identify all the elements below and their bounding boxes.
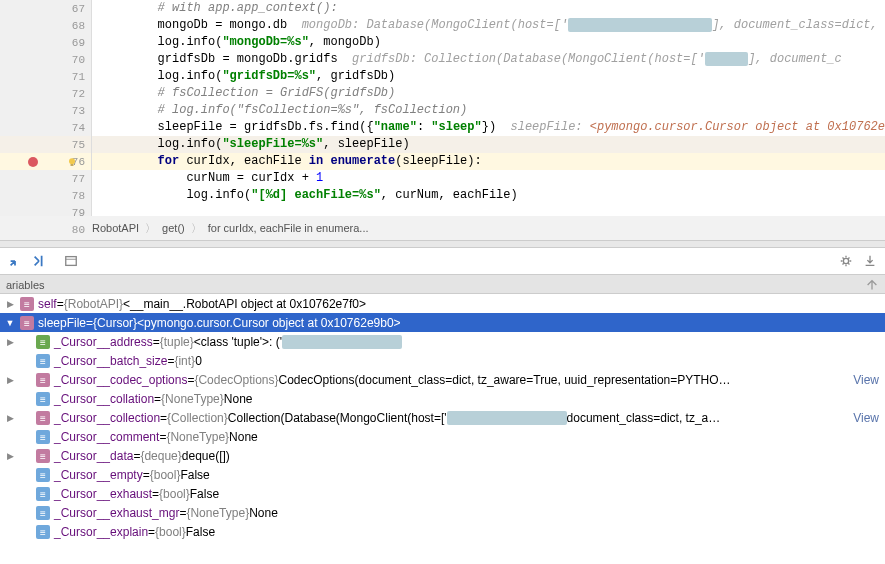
variable-name: _Cursor__explain [54, 525, 148, 539]
breadcrumb-item[interactable]: RobotAPI [92, 222, 139, 234]
line-number: 68 [59, 20, 85, 32]
gutter-row[interactable]: 78 [0, 187, 91, 204]
svg-text:≡: ≡ [40, 356, 46, 367]
code-line[interactable] [92, 204, 885, 216]
equals: = [167, 354, 174, 368]
variable-row[interactable]: ≡_Cursor__explain = {bool} False [0, 522, 885, 541]
line-number: 72 [59, 88, 85, 100]
restore-icon[interactable] [865, 278, 879, 292]
breadcrumb-item[interactable]: get() [162, 222, 185, 234]
gutter-row[interactable]: 68 [0, 17, 91, 34]
code-line[interactable]: log.info("mongoDb=%s", mongoDb) [92, 34, 885, 51]
type-icon: ≡ [36, 335, 50, 349]
type-icon: ≡ [36, 430, 50, 444]
expand-arrow-icon[interactable]: ▶ [4, 375, 16, 385]
line-number: 73 [59, 105, 85, 117]
variable-value: False [186, 525, 215, 539]
type-icon: ≡ [36, 487, 50, 501]
variable-type: {bool} [155, 525, 186, 539]
svg-text:≡: ≡ [40, 451, 46, 462]
gutter-row[interactable]: 80 [0, 221, 91, 238]
view-link[interactable]: View [853, 373, 879, 387]
variable-row[interactable]: ≡_Cursor__collation = {NoneType} None [0, 389, 885, 408]
expand-arrow-icon[interactable]: ▼ [4, 318, 16, 328]
variable-row[interactable]: ▶≡self = {RobotAPI} <__main__.RobotAPI o… [0, 294, 885, 313]
type-icon: ≡ [36, 506, 50, 520]
breadcrumb-sep: 〉 [191, 221, 202, 236]
download-icon[interactable] [863, 254, 877, 268]
variable-name: _Cursor__codec_options [54, 373, 187, 387]
variable-type: {bool} [159, 487, 190, 501]
type-icon: ≡ [20, 316, 34, 330]
gutter-row[interactable]: 72 [0, 85, 91, 102]
variables-pane[interactable]: ▶≡self = {RobotAPI} <__main__.RobotAPI o… [0, 294, 885, 541]
equals: = [133, 449, 140, 463]
gutter-row[interactable]: 70 [0, 51, 91, 68]
variable-row[interactable]: ≡_Cursor__empty = {bool} False [0, 465, 885, 484]
variable-row[interactable]: ▶≡_Cursor__codec_options = {CodecOptions… [0, 370, 885, 389]
code-line[interactable]: sleepFile = gridfsDb.fs.find({"name": "s… [92, 119, 885, 136]
svg-text:≡: ≡ [24, 318, 30, 329]
run-to-cursor-icon[interactable] [32, 254, 46, 268]
variable-row[interactable]: ▶≡_Cursor__collection = {Collection} Col… [0, 408, 885, 427]
evaluate-icon[interactable] [64, 254, 78, 268]
code-line[interactable]: log.info("sleepFile=%s", sleepFile) [92, 136, 885, 153]
variable-row[interactable]: ≡_Cursor__batch_size = {int} 0 [0, 351, 885, 370]
type-icon: ≡ [36, 354, 50, 368]
expand-arrow-icon[interactable]: ▶ [4, 299, 16, 309]
variable-value: CodecOptions(document_class=dict, tz_awa… [279, 373, 731, 387]
breakpoint-icon[interactable] [28, 157, 38, 167]
expand-arrow-icon[interactable]: ▶ [4, 413, 16, 423]
variable-value: <class 'tuple'>: (' [194, 335, 282, 349]
expand-arrow-icon[interactable]: ▶ [4, 451, 16, 461]
gutter[interactable]: 6768697071727374757677787980 [0, 0, 92, 216]
gutter-row[interactable]: 67 [0, 0, 91, 17]
gutter-row[interactable]: 74 [0, 119, 91, 136]
variable-row[interactable]: ≡_Cursor__exhaust = {bool} False [0, 484, 885, 503]
gutter-row[interactable]: 79 [0, 204, 91, 221]
svg-text:≡: ≡ [40, 489, 46, 500]
gutter-row[interactable]: 77 [0, 170, 91, 187]
view-link[interactable]: View [853, 411, 879, 425]
bulb-icon[interactable] [66, 156, 78, 168]
equals: = [187, 373, 194, 387]
code-line[interactable]: # log.info("fsCollection=%s", fsCollecti… [92, 102, 885, 119]
gutter-row[interactable]: 69 [0, 34, 91, 51]
gutter-row[interactable]: 73 [0, 102, 91, 119]
code-line[interactable]: # with app.app_context(): [92, 0, 885, 17]
equals: = [154, 392, 161, 406]
code-line[interactable]: mongoDb = mongo.db mongoDb: Database(Mon… [92, 17, 885, 34]
variable-type: {NoneType} [186, 506, 249, 520]
expand-arrow-icon[interactable]: ▶ [4, 337, 16, 347]
variable-row[interactable]: ▶≡_Cursor__data = {deque} deque([]) [0, 446, 885, 465]
variable-value: <__main__.RobotAPI object at 0x10762e7f0… [123, 297, 366, 311]
variable-row[interactable]: ▶≡_Cursor__address = {tuple} <class 'tup… [0, 332, 885, 351]
breadcrumb: RobotAPI 〉 get() 〉 for curIdx, eachFile … [0, 216, 885, 240]
code-line[interactable]: gridfsDb = mongoDb.gridfs gridfsDb: Coll… [92, 51, 885, 68]
variable-name: _Cursor__address [54, 335, 153, 349]
variable-row[interactable]: ≡_Cursor__comment = {NoneType} None [0, 427, 885, 446]
variable-type: {CodecOptions} [194, 373, 278, 387]
code-line[interactable]: log.info("[%d] eachFile=%s", curNum, eac… [92, 187, 885, 204]
step-out-icon[interactable] [8, 254, 22, 268]
gutter-row[interactable]: 75 [0, 136, 91, 153]
type-icon: ≡ [36, 525, 50, 539]
svg-text:≡: ≡ [40, 432, 46, 443]
redacted [447, 411, 567, 425]
variable-row[interactable]: ▼≡sleepFile = {Cursor} <pymongo.cursor.C… [0, 313, 885, 332]
code-line[interactable]: for curIdx, eachFile in enumerate(sleepF… [92, 153, 885, 170]
breadcrumb-item[interactable]: for curIdx, eachFile in enumera... [208, 222, 369, 234]
code-line[interactable]: log.info("gridfsDb=%s", gridfsDb) [92, 68, 885, 85]
code-line[interactable]: # fsCollection = GridFS(gridfsDb) [92, 85, 885, 102]
gutter-row[interactable]: 71 [0, 68, 91, 85]
pane-divider[interactable] [0, 240, 885, 248]
variable-value: False [190, 487, 219, 501]
variable-row[interactable]: ≡_Cursor__exhaust_mgr = {NoneType} None [0, 503, 885, 522]
code-area[interactable]: # with app.app_context(): mongoDb = mong… [92, 0, 885, 216]
svg-text:≡: ≡ [40, 413, 46, 424]
code-line[interactable]: curNum = curIdx + 1 [92, 170, 885, 187]
gutter-row[interactable]: 76 [0, 153, 91, 170]
code-editor[interactable]: 6768697071727374757677787980 # with app.… [0, 0, 885, 216]
settings-icon[interactable] [839, 254, 853, 268]
svg-text:≡: ≡ [40, 470, 46, 481]
